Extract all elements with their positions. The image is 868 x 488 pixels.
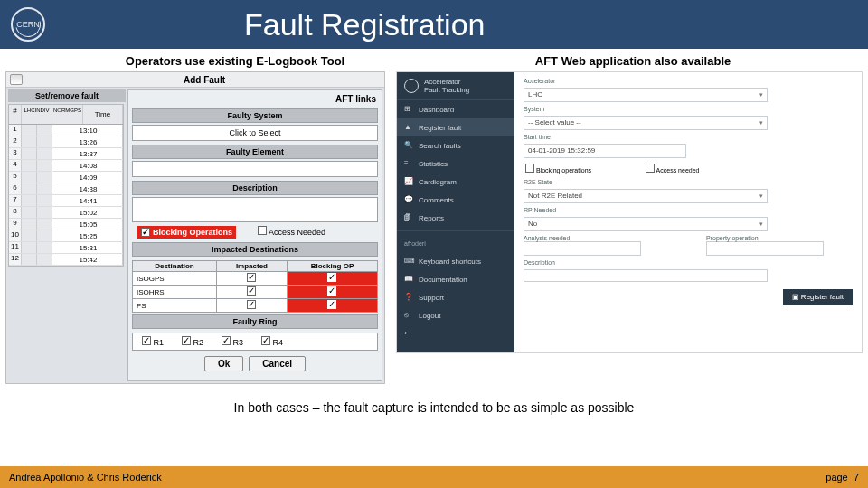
footer: Andrea Apollonio & Chris Roderick page 7	[0, 466, 868, 488]
table-row[interactable]: 113:10	[9, 125, 123, 136]
sidebar-item-logout[interactable]: ⎋Logout	[397, 306, 514, 324]
register-form: Accelerator LHC▾ System -- Select value …	[514, 72, 862, 352]
r2e-label: R2E State	[524, 179, 853, 185]
menu-icon: ⌨	[404, 257, 413, 266]
col-time: Time	[83, 105, 123, 124]
sidebar-item-comments[interactable]: 💬Comments	[397, 191, 514, 209]
access-needed-checkbox[interactable]: Access Needed	[258, 226, 326, 239]
table-row[interactable]: 915:05	[9, 219, 123, 230]
chevron-down-icon: ▾	[760, 218, 763, 230]
menu-icon: ⎋	[404, 311, 413, 320]
faulty-element-label: Faulty Element	[132, 145, 378, 159]
col-num: #	[9, 105, 22, 124]
elogbook-window: Add Fault Set/remove fault # LHCINDIV NO…	[5, 71, 385, 384]
table-row[interactable]: 815:02	[9, 207, 123, 219]
aft-logo-icon	[404, 79, 419, 93]
table-row: ISOGPS	[133, 272, 378, 286]
analysis-label: Analysis needed	[524, 235, 670, 241]
table-row[interactable]: 1015:25	[9, 230, 123, 242]
left-subtitle: Operators use existing E-Logbook Tool	[36, 54, 434, 68]
sidebar-collapse[interactable]: ‹	[397, 324, 514, 343]
ring-checkbox[interactable]: R3	[222, 336, 243, 347]
menu-icon: 💬	[404, 195, 413, 204]
book-icon	[10, 74, 23, 85]
accelerator-select[interactable]: LHC▾	[524, 88, 768, 102]
menu-icon: 🗐	[404, 213, 413, 222]
sidebar-item-search-faults[interactable]: 🔍Search faults	[397, 136, 514, 155]
sidebar-item-register-fault[interactable]: ▲Register fault	[397, 118, 514, 136]
chevron-down-icon: ▾	[760, 190, 763, 202]
table-row[interactable]: 414:08	[9, 160, 123, 172]
blocking-checkbox[interactable]: Blocking operations	[525, 164, 591, 174]
fault-grid: # LHCINDIV NORMGPS Time 113:10213:26313:…	[8, 104, 124, 267]
table-row[interactable]: 313:37	[9, 148, 123, 160]
ring-row: R1 R2 R3 R4	[132, 333, 378, 351]
table-row[interactable]: 714:41	[9, 195, 123, 207]
menu-icon: ▲	[404, 123, 413, 132]
menu-icon: ≡	[404, 159, 413, 168]
col-normgps: NORMGPS	[52, 105, 83, 124]
sidebar-item-dashboard[interactable]: ⊞Dashboard	[397, 100, 514, 118]
impacted-table: DestinationImpactedBlocking OP ISOGPSISO…	[132, 260, 378, 313]
aft-links[interactable]: AFT links	[132, 92, 378, 107]
register-fault-button[interactable]: ▣ Register fault	[783, 289, 853, 305]
sidebar-item-reports[interactable]: 🗐Reports	[397, 209, 514, 227]
r2e-select[interactable]: Not R2E Related▾	[524, 189, 768, 203]
page-title: Fault Registration	[244, 7, 485, 42]
rp-select[interactable]: No▾	[524, 217, 768, 231]
table-row[interactable]: 213:26	[9, 136, 123, 148]
aft-web-app: Accelerator Fault Tracking ⊞Dashboard▲Re…	[396, 71, 863, 353]
caption: In both cases – the fault capture is int…	[0, 384, 868, 415]
ring-checkbox[interactable]: R1	[142, 336, 164, 347]
analysis-input[interactable]	[524, 241, 641, 256]
table-row[interactable]: 1115:31	[9, 242, 123, 254]
sidebar-user: afroderi	[397, 235, 514, 252]
rp-label: RP Needed	[524, 207, 853, 213]
property-input[interactable]	[706, 241, 824, 256]
description-input[interactable]	[132, 197, 378, 222]
title-bar: CERN Fault Registration	[0, 0, 868, 49]
blocking-ops-checkbox[interactable]: Blocking Operations	[137, 226, 236, 239]
sidebar-item-documentation[interactable]: 📖Documentation	[397, 270, 514, 288]
table-row[interactable]: 1215:42	[9, 254, 123, 266]
access-checkbox[interactable]: Access needed	[646, 164, 699, 174]
faulty-ring-label: Faulty Ring	[132, 314, 378, 329]
sidebar-item-statistics[interactable]: ≡Statistics	[397, 155, 514, 173]
cern-logo-icon: CERN	[11, 7, 45, 42]
system-select[interactable]: -- Select value --▾	[524, 116, 768, 130]
subtitle-row: Operators use existing E-Logbook Tool AF…	[0, 49, 868, 71]
start-time-input[interactable]: 04-01-2019 15:32:59	[524, 144, 686, 158]
aft-sidebar: Accelerator Fault Tracking ⊞Dashboard▲Re…	[397, 72, 514, 352]
sidebar-item-cardiogram[interactable]: 📈Cardiogram	[397, 173, 514, 191]
ring-checkbox[interactable]: R4	[261, 336, 283, 347]
ok-button[interactable]: Ok	[204, 356, 243, 371]
sidebar-item-support[interactable]: ❓Support	[397, 288, 514, 306]
accelerator-label: Accelerator	[524, 78, 853, 84]
menu-icon: 🔍	[404, 141, 413, 150]
table-row[interactable]: 614:38	[9, 183, 123, 195]
menu-icon: 📈	[404, 177, 413, 186]
system-label: System	[524, 106, 853, 112]
cancel-button[interactable]: Cancel	[249, 356, 306, 371]
chevron-left-icon: ‹	[404, 329, 413, 338]
desc-label: Description	[524, 259, 853, 266]
faulty-element-input[interactable]	[132, 161, 378, 177]
aft-brand: Accelerator Fault Tracking	[397, 72, 514, 100]
set-remove-header: Set/remove fault	[8, 89, 126, 102]
menu-icon: 📖	[404, 275, 413, 284]
description-label: Description	[132, 181, 378, 195]
right-subtitle: AFT Web application also available	[434, 54, 832, 68]
desc-input[interactable]	[524, 269, 768, 282]
footer-authors: Andrea Apollonio & Chris Roderick	[9, 472, 162, 483]
menu-icon: ⊞	[404, 105, 413, 114]
impacted-label: Impacted Destinations	[132, 242, 378, 257]
sidebar-item-keyboard-shortcuts[interactable]: ⌨Keyboard shortcuts	[397, 252, 514, 270]
chevron-down-icon: ▾	[760, 117, 763, 129]
ring-checkbox[interactable]: R2	[182, 336, 203, 347]
table-row: PS	[133, 299, 378, 313]
click-to-select[interactable]: Click to Select	[132, 125, 378, 141]
start-label: Start time	[524, 134, 853, 140]
table-row[interactable]: 514:09	[9, 172, 123, 183]
property-label: Property operation	[706, 235, 853, 241]
chevron-down-icon: ▾	[760, 89, 763, 101]
